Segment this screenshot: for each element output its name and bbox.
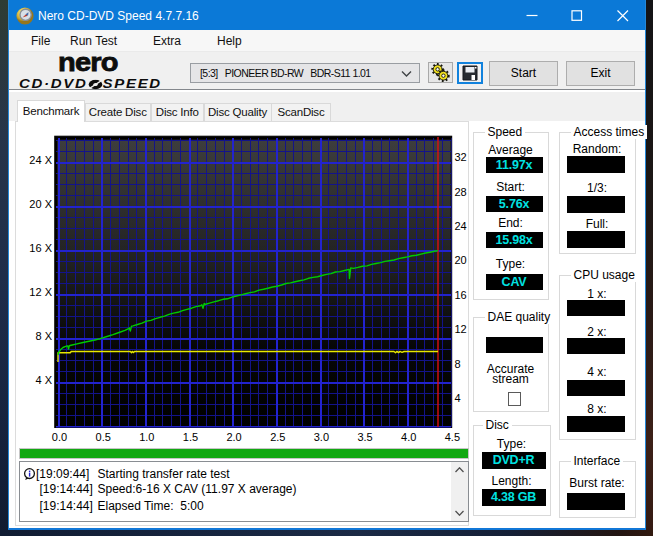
svg-text:32: 32 — [455, 151, 467, 163]
svg-text:8 X: 8 X — [35, 330, 52, 342]
svg-text:16 X: 16 X — [29, 242, 52, 254]
svg-text:16: 16 — [455, 289, 467, 301]
svg-text:28: 28 — [455, 186, 467, 198]
svg-text:2.0: 2.0 — [226, 431, 241, 443]
svg-text:8: 8 — [455, 358, 461, 370]
svg-text:4 X: 4 X — [35, 374, 52, 386]
svg-text:24 X: 24 X — [29, 154, 52, 166]
svg-text:4: 4 — [455, 392, 461, 404]
svg-text:4.0: 4.0 — [401, 431, 416, 443]
svg-text:3.5: 3.5 — [357, 431, 372, 443]
svg-text:1.5: 1.5 — [183, 431, 198, 443]
svg-text:20 X: 20 X — [29, 198, 52, 210]
svg-text:12: 12 — [455, 323, 467, 335]
svg-text:12 X: 12 X — [29, 286, 52, 298]
svg-text:4.5: 4.5 — [445, 431, 460, 443]
svg-text:0.5: 0.5 — [96, 431, 111, 443]
svg-text:0.0: 0.0 — [52, 431, 67, 443]
svg-text:2.5: 2.5 — [270, 431, 285, 443]
svg-text:3.0: 3.0 — [314, 431, 329, 443]
svg-text:20: 20 — [455, 254, 467, 266]
svg-text:24: 24 — [455, 220, 467, 232]
svg-text:1.0: 1.0 — [139, 431, 154, 443]
